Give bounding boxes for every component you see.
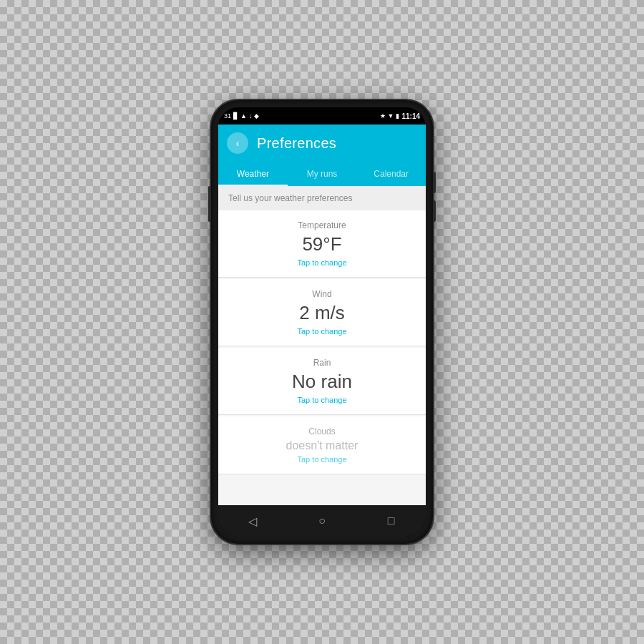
toolbar-title: Preferences: [257, 135, 336, 152]
app-content: ‹ Preferences Weather My runs Calendar T…: [218, 125, 426, 505]
rain-value: No rain: [230, 371, 414, 393]
nav-home-button[interactable]: ○: [309, 508, 335, 534]
tabs-bar: Weather My runs Calendar: [218, 162, 426, 186]
page-subtitle: Tell us your weather preferences: [218, 186, 426, 210]
phone-frame: 31 ▊ ▲ ↓ ◆ ★ ▼ ▮ 11:14 ‹ Preferences: [211, 100, 433, 544]
notification-icon: ▲: [240, 112, 247, 119]
back-button[interactable]: ‹: [227, 132, 248, 154]
clouds-action: Tap to change: [230, 455, 414, 464]
phone-screen: 31 ▊ ▲ ↓ ◆ ★ ▼ ▮ 11:14 ‹ Preferences: [218, 107, 426, 537]
volume-up-button[interactable]: [433, 172, 436, 193]
wind-label: Wind: [230, 289, 414, 299]
calendar-icon: 31: [224, 112, 231, 119]
rain-label: Rain: [230, 358, 414, 368]
toolbar: ‹ Preferences: [218, 125, 426, 162]
tab-weather[interactable]: Weather: [218, 162, 288, 186]
volume-down-button[interactable]: [433, 200, 436, 222]
power-button[interactable]: [208, 186, 211, 222]
rain-action: Tap to change: [230, 396, 414, 404]
preference-clouds[interactable]: Clouds doesn't matter Tap to change: [218, 416, 426, 474]
preference-wind[interactable]: Wind 2 m/s Tap to change: [218, 279, 426, 346]
status-time: 11:14: [401, 112, 420, 120]
download-icon: ↓: [249, 112, 253, 119]
wind-action: Tap to change: [230, 327, 414, 336]
signal-icon: ▊: [233, 112, 238, 119]
bottom-navigation: ◁ ○ □: [218, 505, 426, 537]
status-bar: 31 ▊ ▲ ↓ ◆ ★ ▼ ▮ 11:14: [218, 107, 426, 125]
signal-strength-icon: ▼: [388, 112, 394, 119]
temperature-action: Tap to change: [230, 258, 414, 267]
temperature-value: 59°F: [230, 233, 414, 255]
preference-temperature[interactable]: Temperature 59°F Tap to change: [218, 210, 426, 278]
clouds-label: Clouds: [230, 426, 414, 436]
tab-calendar[interactable]: Calendar: [356, 162, 426, 186]
battery-icon: ▮: [396, 112, 399, 119]
tab-my-runs[interactable]: My runs: [288, 162, 357, 186]
back-arrow-icon: ‹: [236, 137, 240, 149]
wind-value: 2 m/s: [230, 302, 414, 324]
star-icon: ★: [380, 112, 386, 119]
wifi-icon: ◆: [254, 112, 259, 119]
nav-back-button[interactable]: ◁: [240, 508, 265, 534]
status-icons-left: 31 ▊ ▲ ↓ ◆: [224, 112, 259, 119]
clouds-value: doesn't matter: [230, 439, 414, 452]
preferences-list: Temperature 59°F Tap to change Wind 2 m/…: [218, 210, 426, 505]
preference-rain[interactable]: Rain No rain Tap to change: [218, 348, 426, 415]
nav-recents-button[interactable]: □: [379, 508, 404, 534]
temperature-label: Temperature: [230, 220, 414, 230]
status-icons-right: ★ ▼ ▮ 11:14: [380, 112, 421, 120]
